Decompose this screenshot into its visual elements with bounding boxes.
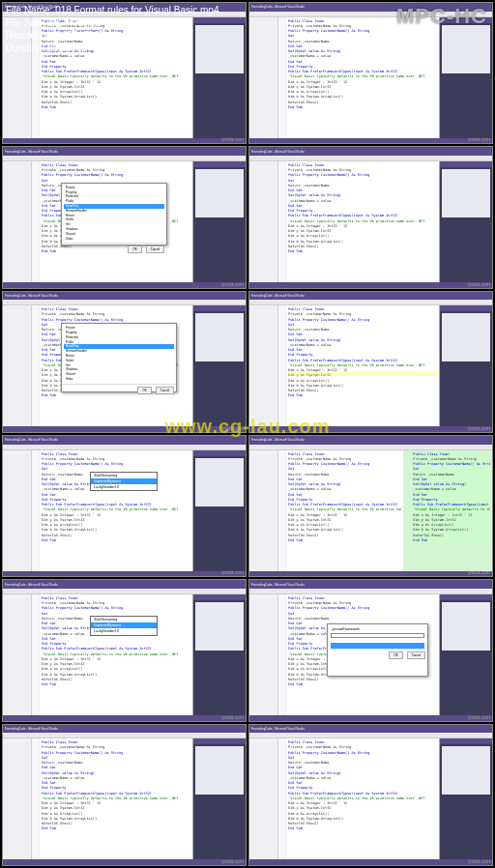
file-size-value: 15,7 MB (16 498 073 bytes) (48, 17, 167, 28)
cancel-button[interactable]: Cancel (156, 387, 174, 394)
thumbnail-10[interactable]: FormattingCode - Microsoft Visual Studio… (248, 579, 493, 721)
duration-value: 00:05:41 (47, 43, 85, 53)
vs-statusbar (3, 138, 246, 144)
thumbnail-grid: FormattingCode - Microsoft Visual Studio… (0, 0, 495, 868)
autocomplete-popup[interactable]: PrivatePropertyProtectedPublicReadOnlyRe… (61, 183, 167, 246)
cancel-button[interactable]: Cancel (407, 651, 425, 659)
thumbnail-5[interactable]: FormattingCode - Microsoft Visual Studio… (2, 291, 247, 433)
intellisense-dropdown[interactable]: StartRemaining ImprovedSystems LuckyNumb… (90, 616, 158, 636)
player-logo: MPC-HC (396, 4, 487, 29)
diff-panel: Public Class Tower Private _customerName… (403, 450, 492, 571)
resolution-label: Resolution: (6, 30, 57, 41)
ok-button[interactable]: OK (389, 651, 402, 659)
ok-button[interactable]: OK (128, 246, 141, 253)
dialog-input[interactable] (331, 633, 424, 638)
options-dialog[interactable]: PrivatePropertyProtectedPublicReadOnlyRe… (61, 323, 177, 392)
ok-button[interactable]: OK (137, 387, 151, 394)
rename-dialog[interactable]: _privateFramework OK Cancel (327, 623, 428, 677)
thumbnail-3[interactable]: FormattingCode - Microsoft Visual Studio… (2, 146, 247, 288)
thumbnail-12[interactable]: FormattingCode - Microsoft Visual Studio… (248, 724, 493, 866)
thumbnail-11[interactable]: FormattingCode - Microsoft Visual Studio… (2, 724, 247, 866)
resolution-value: 1280x720 (57, 30, 100, 41)
thumbnail-7[interactable]: FormattingCode - Microsoft Visual Studio… (2, 435, 247, 577)
file-name-value: 018 Format rules for Visual Basic.mp4 (55, 5, 218, 15)
thumbnail-6[interactable]: FormattingCode - Microsoft Visual Studio… (248, 291, 493, 433)
intellisense-dropdown[interactable]: StartRemaining ImprovedSystems LuckyNumb… (90, 472, 158, 492)
duration-label: Duration: (6, 43, 47, 53)
source-watermark: lynda.com (221, 136, 244, 142)
thumbnail-4[interactable]: FormattingCode - Microsoft Visual Studio… (248, 146, 493, 288)
thumbnail-9[interactable]: FormattingCode - Microsoft Visual Studio… (2, 579, 247, 721)
thumbnail-8[interactable]: FormattingCode - Microsoft Visual Studio… (248, 435, 493, 577)
dialog-label: _privateFramework (331, 627, 424, 631)
file-name-label: File Name: (6, 5, 55, 15)
file-size-label: File Size: (6, 17, 48, 28)
cancel-button[interactable]: Cancel (146, 246, 164, 253)
